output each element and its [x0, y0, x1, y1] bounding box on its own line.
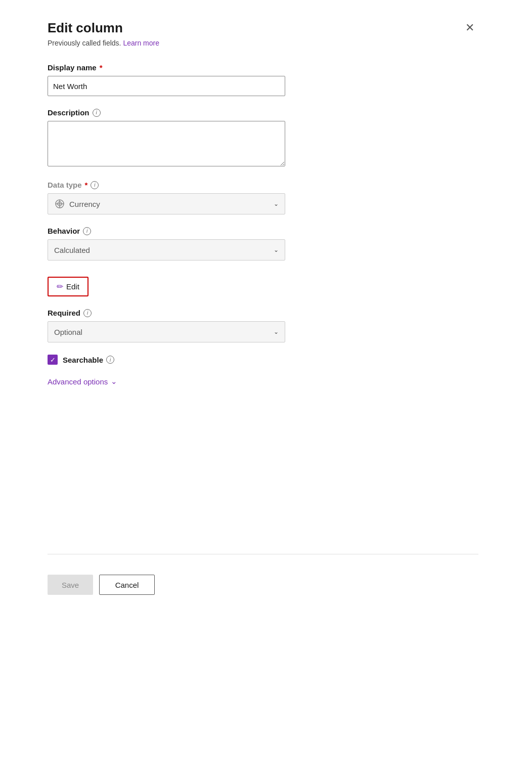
required-label: Required i	[48, 309, 478, 317]
close-button[interactable]: ✕	[461, 20, 478, 35]
checkbox-check-icon: ✓	[50, 356, 56, 364]
data-type-label: Data type * i	[48, 181, 478, 189]
learn-more-link[interactable]: Learn more	[123, 39, 159, 47]
save-button[interactable]: Save	[48, 575, 93, 595]
data-type-required-star: *	[85, 181, 88, 189]
searchable-checkbox[interactable]: ✓	[48, 355, 58, 365]
subtitle-text: Previously called fields.	[48, 39, 121, 47]
required-select-wrapper: Optional ⌄	[48, 321, 285, 342]
required-info-icon[interactable]: i	[83, 309, 92, 317]
advanced-options-chevron-icon: ⌄	[111, 377, 117, 386]
description-group: Description i	[48, 108, 478, 168]
behavior-chevron-icon: ⌄	[274, 246, 279, 253]
panel-header: Edit column ✕	[48, 20, 478, 36]
display-name-input[interactable]	[48, 76, 285, 96]
data-type-value: Currency	[69, 200, 100, 208]
data-type-select-wrapper: Currency ⌄	[48, 193, 285, 214]
searchable-label: Searchable i	[63, 356, 114, 364]
behavior-label: Behavior i	[48, 227, 478, 235]
data-type-info-icon[interactable]: i	[91, 181, 99, 189]
searchable-label-text: Searchable	[63, 356, 103, 364]
edit-button-label: Edit	[66, 282, 79, 291]
edit-button-group: ✏ Edit	[48, 273, 478, 296]
edit-column-panel: Edit column ✕ Previously called fields. …	[33, 0, 499, 779]
currency-icon	[54, 198, 65, 209]
required-label-text: Required	[48, 309, 80, 317]
data-type-chevron-icon: ⌄	[274, 200, 279, 207]
data-type-label-text: Data type	[48, 181, 82, 189]
data-type-group: Data type * i Currency	[48, 181, 478, 214]
behavior-select-wrapper: Calculated ⌄	[48, 239, 285, 261]
description-label: Description i	[48, 108, 478, 117]
edit-pencil-icon: ✏	[57, 282, 63, 291]
behavior-select[interactable]: Calculated ⌄	[48, 239, 285, 261]
display-name-label: Display name *	[48, 63, 478, 72]
cancel-button[interactable]: Cancel	[99, 575, 155, 595]
footer: Save Cancel	[48, 554, 478, 595]
advanced-options-label: Advanced options	[48, 377, 108, 386]
behavior-label-text: Behavior	[48, 227, 80, 235]
behavior-value: Calculated	[54, 246, 90, 254]
required-value: Optional	[54, 328, 82, 336]
data-type-select[interactable]: Currency ⌄	[48, 193, 285, 214]
description-textarea[interactable]	[48, 121, 285, 166]
required-star: *	[100, 63, 103, 72]
advanced-options-button[interactable]: Advanced options ⌄	[48, 377, 478, 386]
panel-title: Edit column	[48, 20, 123, 36]
required-chevron-icon: ⌄	[274, 328, 279, 335]
data-type-select-left: Currency	[54, 198, 100, 209]
behavior-info-icon[interactable]: i	[83, 227, 91, 235]
behavior-group: Behavior i Calculated ⌄	[48, 227, 478, 261]
description-info-icon[interactable]: i	[93, 109, 101, 117]
display-name-group: Display name *	[48, 63, 478, 96]
description-label-text: Description	[48, 108, 90, 117]
searchable-info-icon[interactable]: i	[106, 356, 114, 364]
required-select[interactable]: Optional ⌄	[48, 321, 285, 342]
close-icon: ✕	[465, 21, 474, 34]
display-name-label-text: Display name	[48, 63, 97, 72]
panel-subtitle: Previously called fields. Learn more	[48, 39, 478, 47]
required-group: Required i Optional ⌄	[48, 309, 478, 342]
searchable-row: ✓ Searchable i	[48, 355, 478, 365]
edit-button[interactable]: ✏ Edit	[48, 277, 88, 296]
